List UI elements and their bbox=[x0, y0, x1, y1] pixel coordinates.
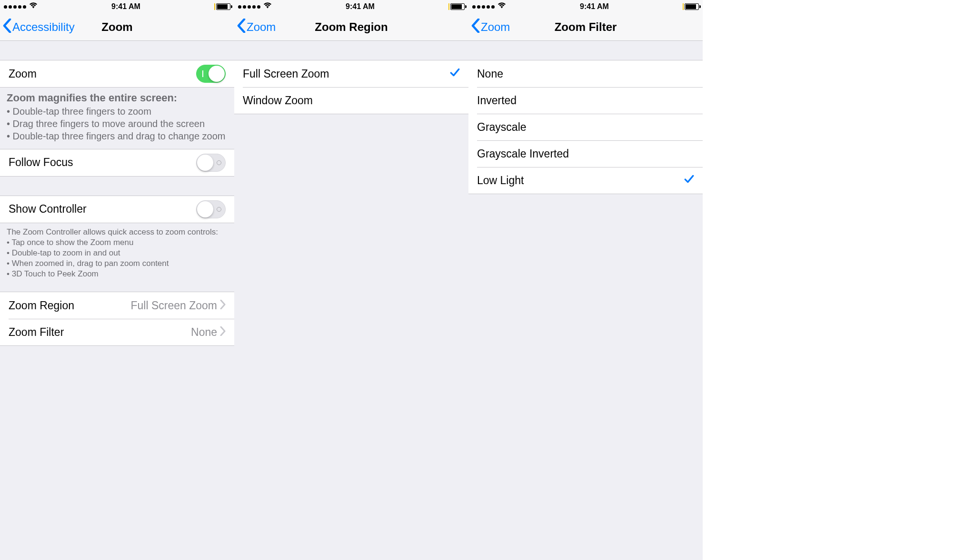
option-label: Window Zoom bbox=[243, 94, 460, 107]
option-cell[interactable]: Inverted bbox=[468, 87, 703, 114]
cell-label: Follow Focus bbox=[9, 156, 196, 169]
cell-value: None bbox=[191, 326, 217, 339]
status-time: 9:41 AM bbox=[111, 2, 140, 11]
battery-icon bbox=[214, 3, 230, 10]
option-label: None bbox=[477, 68, 694, 80]
option-cell[interactable]: Window Zoom bbox=[234, 87, 468, 114]
checkmark-icon bbox=[684, 174, 694, 187]
zoom-toggle-cell[interactable]: Zoom bbox=[0, 60, 234, 87]
status-bar: 9:41 AM bbox=[234, 0, 468, 13]
zoom-filter-cell[interactable]: Zoom Filter None bbox=[0, 319, 234, 345]
cell-label: Zoom Region bbox=[9, 299, 130, 312]
option-cell[interactable]: Grayscale bbox=[468, 114, 703, 140]
zoom-switch[interactable] bbox=[196, 65, 226, 83]
back-label: Zoom bbox=[481, 20, 510, 34]
chevron-left-icon bbox=[3, 19, 11, 36]
option-cell[interactable]: Full Screen Zoom bbox=[234, 60, 468, 87]
option-cell[interactable]: Low Light bbox=[468, 167, 703, 194]
cell-value: Full Screen Zoom bbox=[130, 299, 217, 312]
follow-focus-switch[interactable] bbox=[196, 154, 226, 172]
option-label: Grayscale bbox=[477, 121, 694, 134]
cell-label: Zoom bbox=[9, 68, 196, 80]
checkmark-icon bbox=[449, 67, 460, 80]
signal-dots-icon bbox=[4, 5, 26, 9]
back-button[interactable]: Zoom bbox=[234, 19, 276, 36]
screen-zoom-region: 9:41 AM Zoom Zoom Region Full Screen Zoo… bbox=[234, 0, 468, 560]
zoom-footer: Zoom magnifies the entire screen: Double… bbox=[0, 88, 234, 149]
nav-bar: Zoom Zoom Region bbox=[234, 13, 468, 41]
status-time: 9:41 AM bbox=[580, 2, 609, 11]
wifi-icon bbox=[263, 2, 272, 11]
status-bar: 9:41 AM bbox=[468, 0, 703, 13]
chevron-right-icon bbox=[220, 326, 226, 339]
signal-dots-icon bbox=[472, 5, 495, 9]
chevron-left-icon bbox=[471, 19, 480, 36]
nav-bar: Zoom Zoom Filter bbox=[468, 13, 703, 41]
option-cell[interactable]: Grayscale Inverted bbox=[468, 140, 703, 167]
option-label: Full Screen Zoom bbox=[243, 68, 449, 80]
screen-zoom-settings: 9:41 AM Accessibility Zoom Zoom Zoom mag… bbox=[0, 0, 234, 560]
battery-icon bbox=[448, 3, 465, 10]
show-controller-cell[interactable]: Show Controller bbox=[0, 196, 234, 223]
show-controller-switch[interactable] bbox=[196, 200, 226, 218]
chevron-right-icon bbox=[220, 299, 226, 312]
option-label: Low Light bbox=[477, 174, 684, 187]
controller-footer: The Zoom Controller allows quick access … bbox=[0, 223, 234, 286]
cell-label: Show Controller bbox=[9, 203, 196, 216]
back-button[interactable]: Accessibility bbox=[0, 19, 75, 36]
chevron-left-icon bbox=[237, 19, 246, 36]
wifi-icon bbox=[29, 2, 38, 11]
zoom-region-cell[interactable]: Zoom Region Full Screen Zoom bbox=[0, 292, 234, 319]
option-cell[interactable]: None bbox=[468, 60, 703, 87]
back-button[interactable]: Zoom bbox=[468, 19, 510, 36]
screen-zoom-filter: 9:41 AM Zoom Zoom Filter NoneInvertedGra… bbox=[468, 0, 703, 560]
follow-focus-cell[interactable]: Follow Focus bbox=[0, 149, 234, 176]
back-label: Accessibility bbox=[12, 20, 75, 34]
option-label: Inverted bbox=[477, 94, 694, 107]
signal-dots-icon bbox=[238, 5, 260, 9]
battery-icon bbox=[683, 3, 699, 10]
option-label: Grayscale Inverted bbox=[477, 147, 694, 160]
back-label: Zoom bbox=[247, 20, 276, 34]
nav-bar: Accessibility Zoom bbox=[0, 13, 234, 41]
wifi-icon bbox=[497, 2, 506, 11]
status-time: 9:41 AM bbox=[346, 2, 375, 11]
cell-label: Zoom Filter bbox=[9, 326, 191, 339]
status-bar: 9:41 AM bbox=[0, 0, 234, 13]
